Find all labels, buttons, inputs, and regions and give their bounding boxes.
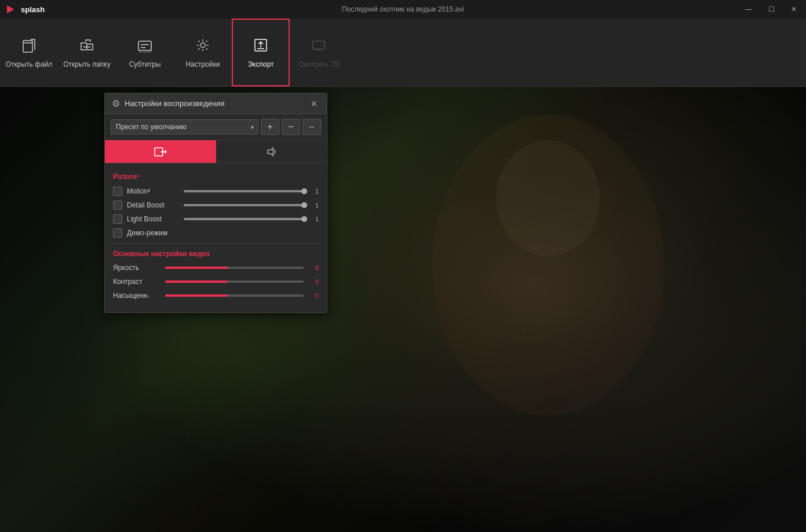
toolbar-subtitles[interactable]: Субтитры — [116, 19, 174, 86]
detail-boost-value: 1 — [312, 202, 319, 209]
toolbar-open-file[interactable]: Открыть файл — [0, 19, 58, 86]
open-file-label: Открыть файл — [6, 60, 53, 68]
export-icon — [253, 37, 269, 57]
preset-add-button[interactable]: + — [261, 119, 279, 135]
watch-tv-icon — [311, 37, 327, 57]
toolbar-open-folder[interactable]: Открыть папку — [58, 19, 116, 86]
contrast-row: Контраст 0 — [113, 278, 319, 286]
app-name-label: splash — [21, 5, 45, 14]
contrast-label: Контраст — [113, 278, 159, 286]
audio-tab-button[interactable] — [216, 140, 327, 163]
saturation-slider[interactable] — [165, 294, 304, 297]
motion-row: Motion² 1 — [113, 187, 319, 196]
brightness-value: 0 — [309, 264, 319, 271]
demo-mode-checkbox[interactable] — [113, 228, 122, 238]
contrast-slider[interactable] — [165, 280, 304, 283]
svg-rect-11 — [313, 41, 324, 49]
preset-adjust-icon: ↔ — [308, 123, 315, 130]
saturation-row: Насыщенн. 0 — [113, 291, 319, 300]
watch-tv-label: Смотреть ТВ — [298, 60, 340, 68]
settings-panel: ⚙ Настройки воспроизведения ✕ Пресет по … — [104, 93, 327, 313]
video-section-title: Основные настройки видео — [113, 250, 319, 258]
motion-slider[interactable] — [184, 190, 307, 192]
picture-section: Picture² Motion² 1 Detail Boost — [113, 173, 319, 238]
contrast-value: 0 — [309, 278, 319, 285]
preset-remove-button[interactable]: − — [282, 119, 300, 135]
main-content: ⚙ Настройки воспроизведения ✕ Пресет по … — [0, 87, 806, 532]
minimize-button[interactable]: — — [741, 3, 757, 16]
light-boost-value: 1 — [312, 216, 319, 223]
light-boost-label: Light Boost — [127, 215, 179, 223]
panel-close-button[interactable]: ✕ — [308, 99, 320, 109]
app-branding: splash — [5, 3, 45, 15]
motion-value: 1 — [312, 188, 319, 195]
light-boost-row: Light Boost 1 — [113, 214, 319, 224]
light-boost-slider[interactable] — [184, 218, 307, 220]
light-boost-checkbox[interactable] — [113, 214, 122, 224]
detail-boost-row: Detail Boost 1 — [113, 201, 319, 210]
video-section: Основные настройки видео Яркость 0 Контр… — [113, 250, 319, 300]
toolbar-export[interactable]: Экспорт — [232, 19, 290, 86]
svg-point-8 — [200, 43, 205, 48]
subtitles-icon — [137, 37, 153, 57]
maximize-button[interactable]: ☐ — [764, 3, 779, 16]
panel-title-label: Настройки воспроизведения — [125, 99, 225, 108]
svg-marker-20 — [161, 150, 163, 154]
export-label: Экспорт — [247, 60, 273, 68]
subtitles-label: Субтитры — [129, 60, 161, 68]
toolbar-watch-tv[interactable]: Смотреть ТВ — [290, 19, 348, 86]
toolbar: Открыть файл Открыть папку Субтитры — [0, 19, 806, 87]
video-tab-button[interactable] — [105, 140, 216, 163]
preset-row: Пресет по умолчанию Пресет 1 Пресет 2 + … — [105, 114, 327, 140]
settings-label: Настройки — [186, 60, 220, 68]
section-divider — [113, 243, 319, 244]
tab-row — [105, 140, 327, 163]
title-bar: splash Последний охотник на ведьм 2015.a… — [0, 0, 806, 19]
svg-marker-21 — [163, 150, 166, 154]
preset-select[interactable]: Пресет по умолчанию Пресет 1 Пресет 2 — [111, 119, 258, 134]
open-file-icon — [21, 37, 37, 57]
detail-boost-label: Detail Boost — [127, 201, 179, 209]
preset-adjust-button[interactable]: ↔ — [302, 119, 321, 135]
window-title: Последний охотник на ведьм 2015.avi — [342, 5, 464, 13]
brightness-row: Яркость 0 — [113, 264, 319, 272]
detail-boost-checkbox[interactable] — [113, 201, 122, 210]
settings-icon — [195, 37, 211, 57]
svg-rect-1 — [23, 41, 32, 52]
close-button[interactable]: ✕ — [786, 3, 801, 16]
panel-settings-icon: ⚙ — [112, 98, 120, 109]
svg-marker-0 — [7, 5, 14, 13]
saturation-label: Насыщенн. — [113, 291, 159, 300]
svg-point-18 — [496, 140, 600, 256]
brightness-label: Яркость — [113, 264, 159, 272]
motion-label: Motion² — [127, 187, 179, 195]
toolbar-settings[interactable]: Настройки — [174, 19, 232, 86]
picture-section-title: Picture² — [113, 173, 319, 181]
demo-mode-label: Демо-режим — [127, 229, 179, 237]
panel-header: ⚙ Настройки воспроизведения ✕ — [105, 93, 327, 114]
motion-checkbox[interactable] — [113, 187, 122, 196]
demo-mode-row: Демо-режим — [113, 228, 319, 238]
detail-boost-slider[interactable] — [184, 204, 307, 206]
svg-marker-22 — [268, 148, 273, 156]
saturation-value: 0 — [309, 292, 319, 299]
app-logo-icon — [5, 3, 16, 15]
open-folder-label: Открыть папку — [63, 60, 111, 68]
panel-title-area: ⚙ Настройки воспроизведения — [112, 98, 225, 109]
svg-rect-5 — [138, 41, 151, 50]
window-controls: — ☐ ✕ — [741, 3, 801, 16]
preset-selector[interactable]: Пресет по умолчанию Пресет 1 Пресет 2 — [111, 119, 258, 134]
brightness-slider[interactable] — [165, 267, 304, 269]
open-folder-icon — [79, 37, 95, 57]
panel-body: Picture² Motion² 1 Detail Boost — [105, 163, 327, 312]
